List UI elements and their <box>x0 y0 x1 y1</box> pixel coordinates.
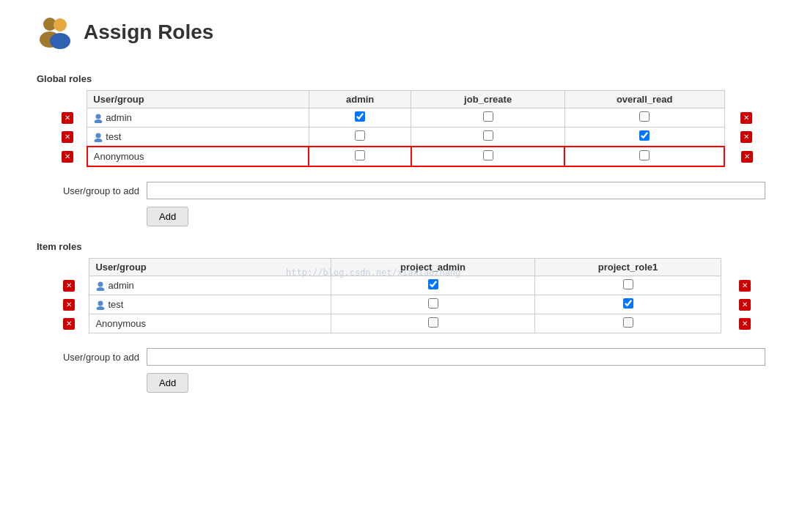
global-test-delete-left[interactable]: ✕ <box>62 131 73 143</box>
global-roles-table-wrapper: User/group admin job_create overall_read… <box>51 90 765 167</box>
item-admin-username: admin <box>108 280 133 291</box>
page-header: Assign Roles <box>37 15 765 56</box>
global-admin-overallread-cb[interactable] <box>639 111 650 122</box>
item-admin-projectrole1-cb[interactable] <box>623 279 633 289</box>
item-test-delete-right[interactable]: ✕ <box>739 299 751 311</box>
svg-point-21 <box>97 287 105 291</box>
global-admin-username: admin <box>106 112 131 123</box>
global-admin-delete-right[interactable]: ✕ <box>740 112 752 124</box>
global-anonymous-overallread-cb[interactable] <box>639 150 650 160</box>
item-test-row: ✕ test ✕ <box>51 295 765 314</box>
svg-point-14 <box>54 18 67 32</box>
item-anonymous-username: Anonymous <box>95 318 146 329</box>
item-add-input[interactable] <box>147 348 765 366</box>
global-anonymous-username: Anonymous <box>94 151 144 162</box>
svg-point-16 <box>96 114 101 119</box>
gh-col-jobcreate: job_create <box>411 91 564 108</box>
global-test-overallread-cb[interactable] <box>639 130 650 141</box>
item-test-projectadmin-cb[interactable] <box>428 298 438 309</box>
global-admin-delete-left[interactable]: ✕ <box>62 112 73 124</box>
item-add-label: User/group to add <box>37 352 139 363</box>
global-anonymous-admin-cb[interactable] <box>355 150 365 160</box>
item-anonymous-delete-left[interactable]: ✕ <box>63 318 75 330</box>
ih-col-projectadmin: project_admin <box>331 259 535 276</box>
item-test-projectrole1-cb[interactable] <box>623 298 633 309</box>
global-roles-section: Global roles User/group admin <box>37 73 765 226</box>
global-anonymous-delete-right[interactable]: ✕ <box>741 151 753 163</box>
item-add-button-wrap: Add <box>147 373 765 393</box>
item-anonymous-projectadmin-cb[interactable] <box>428 317 438 328</box>
item-anonymous-projectrole1-cb[interactable] <box>623 317 633 328</box>
global-anonymous-row: ✕ Anonymous ✕ <box>51 147 765 166</box>
svg-point-17 <box>95 119 103 123</box>
svg-point-23 <box>97 306 105 310</box>
item-add-button[interactable]: Add <box>147 373 188 393</box>
global-add-form: User/group to add <box>37 182 765 199</box>
global-anonymous-delete-left[interactable]: ✕ <box>62 151 73 163</box>
item-roles-section: Item roles User/group project_admin proj… <box>37 241 765 393</box>
gh-col-admin: admin <box>309 91 411 108</box>
page-title: Assign Roles <box>84 21 213 44</box>
global-add-button-wrap: Add <box>147 207 765 226</box>
user-icon <box>95 300 106 310</box>
global-test-jobcreate-cb[interactable] <box>483 130 493 141</box>
item-anonymous-delete-right[interactable]: ✕ <box>739 318 751 330</box>
global-roles-table: User/group admin job_create overall_read… <box>51 90 765 167</box>
gh-col-overallread: overall_read <box>564 91 724 108</box>
item-roles-label: Item roles <box>37 241 765 252</box>
global-add-input[interactable] <box>147 182 765 199</box>
item-anonymous-row: ✕ Anonymous ✕ <box>51 314 765 333</box>
svg-point-20 <box>98 281 103 287</box>
item-add-form: User/group to add <box>37 348 765 366</box>
global-anonymous-jobcreate-cb[interactable] <box>483 150 493 160</box>
ih-col-projectrole1: project_role1 <box>535 259 721 276</box>
item-roles-table: User/group project_admin project_role1 ✕ <box>51 258 765 333</box>
global-test-row: ✕ test ✕ <box>51 128 765 147</box>
item-admin-projectadmin-cb[interactable] <box>428 279 438 289</box>
global-test-username: test <box>106 131 121 142</box>
global-admin-admin-cb[interactable] <box>355 111 365 122</box>
gh-col-usergroup: User/group <box>87 91 309 108</box>
ih-col-usergroup: User/group <box>89 259 331 276</box>
svg-point-22 <box>98 300 103 306</box>
svg-point-18 <box>96 133 101 138</box>
item-admin-delete-right[interactable]: ✕ <box>739 280 751 292</box>
item-test-username: test <box>108 299 123 310</box>
global-admin-jobcreate-cb[interactable] <box>483 111 493 122</box>
global-test-delete-right[interactable]: ✕ <box>740 131 752 143</box>
global-admin-row: ✕ admin ✕ <box>51 108 765 128</box>
item-admin-delete-left[interactable]: ✕ <box>63 280 75 292</box>
user-icon <box>93 113 103 123</box>
users-icon <box>37 15 75 50</box>
global-roles-label: Global roles <box>37 73 765 84</box>
svg-point-19 <box>95 138 103 142</box>
item-roles-table-wrapper: User/group project_admin project_role1 ✕ <box>51 258 765 333</box>
user-icon <box>93 132 103 142</box>
global-add-button[interactable]: Add <box>147 207 188 226</box>
svg-point-15 <box>50 33 70 49</box>
global-test-admin-cb[interactable] <box>355 130 365 141</box>
user-icon <box>95 281 106 291</box>
item-test-delete-left[interactable]: ✕ <box>63 299 75 311</box>
global-add-label: User/group to add <box>37 185 139 196</box>
item-admin-row: ✕ admin ✕ <box>51 276 765 295</box>
